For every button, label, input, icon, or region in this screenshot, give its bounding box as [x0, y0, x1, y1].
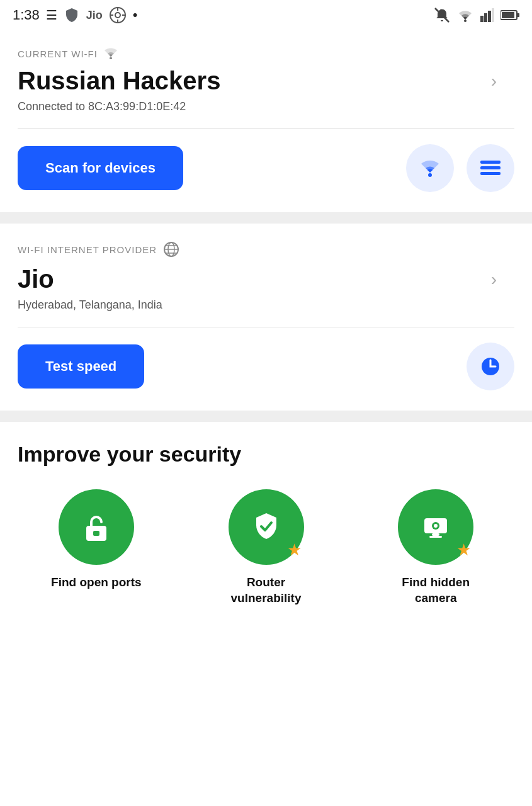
- current-wifi-label: CURRENT WI-FI: [18, 48, 514, 59]
- svg-point-7: [464, 20, 467, 22]
- provider-location: Hyderabad, Telangana, India: [18, 298, 514, 312]
- bell-off-icon: [434, 7, 450, 23]
- crosshair-icon: [109, 6, 127, 24]
- camera-label: Find hidden camera: [402, 575, 470, 606]
- connection-detail: Connected to 8C:A3:99:D1:0E:42: [18, 100, 514, 113]
- dot-icon: •: [133, 7, 138, 23]
- router-star-badge: ★: [287, 540, 302, 560]
- svg-rect-30: [93, 531, 99, 536]
- svg-rect-20: [480, 161, 484, 163]
- jio-icon: Jio: [86, 9, 103, 22]
- grey-divider-1: [0, 212, 532, 224]
- camera-star-badge: ★: [456, 540, 471, 560]
- security-section: Improve your security Find open ports: [0, 422, 532, 623]
- router-label: Router vulnerability: [231, 575, 302, 606]
- svg-rect-35: [429, 536, 442, 538]
- svg-point-16: [428, 173, 432, 177]
- svg-rect-8: [480, 16, 484, 22]
- globe-icon: [163, 241, 179, 258]
- security-title: Improve your security: [18, 442, 514, 467]
- security-item-open-ports[interactable]: Find open ports: [18, 489, 175, 591]
- wifi-actions: Scan for devices: [18, 144, 514, 212]
- shield-check-icon: [249, 509, 284, 545]
- router-icon-wrap: ★: [229, 489, 304, 565]
- status-time: 1:38: [13, 7, 40, 23]
- svg-rect-13: [502, 12, 514, 18]
- signal-icon: [480, 8, 494, 22]
- network-name: Russian Hackers: [18, 67, 514, 95]
- svg-point-15: [110, 57, 112, 60]
- security-item-router[interactable]: ★ Router vulnerability: [188, 489, 345, 606]
- wifi-label-icon: [104, 48, 118, 59]
- battery-icon: [501, 9, 519, 21]
- network-name-row: Russian Hackers ›: [18, 67, 514, 95]
- shield-app-icon: [64, 7, 80, 23]
- provider-name-row: Jio ›: [18, 265, 514, 293]
- svg-rect-34: [432, 533, 439, 536]
- grey-divider-2: [0, 411, 532, 422]
- open-ports-icon-wrap: [59, 489, 134, 565]
- notification-icon: ☰: [46, 8, 57, 23]
- provider-name: Jio: [18, 265, 514, 293]
- security-items: Find open ports ★ Router vulnerability: [18, 489, 514, 606]
- svg-rect-21: [480, 167, 484, 169]
- svg-rect-11: [492, 8, 494, 22]
- provider-label: WI-FI INTERNET PROVIDER: [18, 241, 514, 258]
- wifi-view-button[interactable]: [406, 144, 454, 192]
- provider-chevron[interactable]: ›: [491, 270, 497, 290]
- divider-1: [18, 128, 514, 129]
- divider-2: [18, 327, 514, 327]
- camera-icon-wrap: ★: [398, 489, 473, 565]
- network-chevron[interactable]: ›: [491, 71, 497, 91]
- svg-rect-9: [484, 13, 487, 22]
- svg-point-33: [434, 524, 438, 528]
- security-item-hidden-camera[interactable]: ★ Find hidden camera: [357, 489, 514, 606]
- svg-point-5: [115, 13, 120, 18]
- list-view-button[interactable]: [467, 144, 514, 192]
- test-speed-button[interactable]: Test speed: [18, 344, 144, 389]
- speed-actions: Test speed: [18, 343, 514, 411]
- lock-open-icon: [79, 509, 114, 545]
- status-right-icons: [434, 7, 519, 23]
- current-wifi-section: CURRENT WI-FI Russian Hackers › Connecte…: [0, 30, 532, 212]
- svg-rect-14: [517, 13, 519, 17]
- svg-rect-10: [488, 11, 491, 22]
- wifi-provider-section: WI-FI INTERNET PROVIDER Jio › Hyderabad,…: [0, 224, 532, 411]
- hidden-camera-icon: [418, 509, 453, 545]
- scan-devices-button[interactable]: Scan for devices: [18, 146, 183, 190]
- wifi-status-icon: [456, 8, 474, 22]
- open-ports-label: Find open ports: [51, 575, 142, 591]
- history-button[interactable]: [467, 343, 514, 390]
- svg-rect-22: [480, 173, 484, 174]
- status-bar: 1:38 ☰ Jio •: [0, 0, 532, 30]
